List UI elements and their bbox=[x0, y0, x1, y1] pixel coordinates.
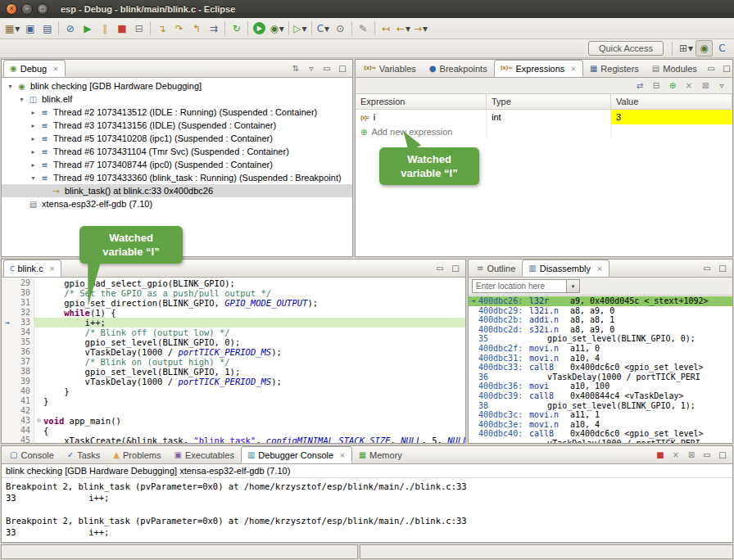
show-logical-structure-icon[interactable]: ⇄ bbox=[632, 79, 647, 93]
editor-tab-blink-c[interactable]: cblink.c× bbox=[3, 260, 61, 277]
terminate-icon[interactable]: ■ bbox=[653, 448, 668, 462]
column-header-value[interactable]: Value bbox=[611, 94, 732, 109]
view-tab-variables[interactable]: (x)=Variables bbox=[357, 60, 423, 77]
minimize-icon[interactable]: ▭ bbox=[704, 61, 718, 75]
minimize-icon[interactable]: ▭ bbox=[319, 61, 334, 75]
code-line[interactable]: 29 gpio_pad_select_gpio(BLINK_GPIO); bbox=[2, 278, 465, 288]
program-item[interactable]: ▾◫blink.elf bbox=[2, 93, 352, 106]
view-tab-tasks[interactable]: ✓Tasks bbox=[61, 446, 107, 463]
close-tab-icon[interactable]: × bbox=[49, 264, 56, 273]
terminate-icon[interactable]: ■ bbox=[113, 20, 130, 37]
maximize-icon[interactable]: □ bbox=[448, 261, 463, 275]
save-all-icon[interactable]: ▤ bbox=[39, 20, 56, 37]
thread-item[interactable]: ▸≡Thread #5 1073410208 (ipc1) (Suspended… bbox=[2, 132, 352, 145]
view-tab-console[interactable]: ▢Console bbox=[3, 446, 61, 463]
disassembly-source-row[interactable]: 38 gpio_set_level(BLINK_GPIO, 1); bbox=[469, 401, 732, 411]
view-tab-registers[interactable]: ▦Registers bbox=[583, 60, 646, 77]
tree-expander-icon[interactable]: ▸ bbox=[28, 109, 39, 116]
back-icon[interactable]: ←▾ bbox=[395, 20, 412, 37]
view-tab-outline[interactable]: ≡Outline bbox=[470, 260, 522, 277]
disassembly-source-row[interactable]: 35 gpio_set_level(BLINK_GPIO, 0); bbox=[469, 334, 732, 344]
tree-expander-icon[interactable]: ▸ bbox=[28, 122, 39, 129]
code-line[interactable]: 30 /* Set the GPIO as a push/pull output… bbox=[2, 288, 465, 298]
close-tab-icon[interactable]: × bbox=[52, 65, 59, 73]
thread-item[interactable]: ▾≡Thread #9 1073433360 (blink_task : Run… bbox=[2, 171, 352, 184]
gdb-process-item[interactable]: ▤xtensa-esp32-elf-gdb (7.10) bbox=[2, 197, 352, 210]
launch-config-item[interactable]: ▾◉blink checking [GDB Hardware Debugging… bbox=[2, 79, 352, 93]
tree-expander-icon[interactable]: ▾ bbox=[5, 83, 16, 90]
disassembly-instruction-row[interactable]: 400dbc33:call80x400dc6c0 <gpio_set_level… bbox=[469, 363, 732, 373]
resume-icon[interactable]: ▶ bbox=[79, 20, 96, 37]
code-line[interactable]: 36 vTaskDelay(1000 / portTICK_PERIOD_MS)… bbox=[2, 347, 465, 357]
remove-all-launches-icon[interactable]: ⊠ bbox=[684, 448, 699, 462]
run-icon[interactable]: ▶ bbox=[251, 20, 268, 37]
code-line[interactable]: 39 vTaskDelay(1000 / portTICK_PERIOD_MS)… bbox=[2, 377, 465, 386]
window-minimize-button[interactable]: – bbox=[21, 3, 33, 15]
disassembly-instruction-row[interactable]: →400dbc26:l32ra9, 0x400d045c <_stext+109… bbox=[469, 296, 732, 306]
code-line[interactable]: 34 /* Blink off (output low) */ bbox=[2, 327, 465, 337]
instruction-stepping-icon[interactable]: ⇉ bbox=[205, 20, 222, 37]
code-line[interactable]: 37 /* Blink on (output high) */ bbox=[2, 357, 465, 367]
remove-launch-icon[interactable]: × bbox=[668, 448, 683, 462]
titlebar[interactable]: × – □ esp - Debug - blink/main/blink.c -… bbox=[0, 0, 734, 18]
code-line[interactable]: 44{ bbox=[2, 426, 465, 436]
add-expression-icon[interactable]: ⊕ bbox=[665, 79, 680, 93]
thread-item[interactable]: ▸≡Thread #6 1073431104 (Tmr Svc) (Suspen… bbox=[2, 145, 352, 158]
stack-frame-item[interactable]: →blink_task() at blink.c:33 0x400dbc26 bbox=[2, 184, 352, 197]
fold-collapse-icon[interactable]: ⊖ bbox=[34, 416, 43, 426]
disassembly-source-row[interactable]: 36 vTaskDelay(1000 / portTICK_PERI bbox=[469, 373, 732, 382]
column-header-type[interactable]: Type bbox=[487, 94, 611, 109]
tree-expander-icon[interactable]: ▸ bbox=[28, 161, 39, 169]
new-c-cpp-icon[interactable]: C▾ bbox=[315, 20, 332, 37]
view-tab-expressions[interactable]: (x)=Expressions× bbox=[494, 60, 583, 77]
code-line[interactable]: 42 bbox=[2, 406, 465, 416]
minimize-icon[interactable]: ▭ bbox=[433, 261, 447, 275]
minimize-icon[interactable]: ▭ bbox=[700, 261, 714, 275]
tree-expander-icon[interactable]: ▸ bbox=[28, 135, 39, 142]
view-tab-disassembly[interactable]: ▥Disassembly× bbox=[522, 260, 609, 277]
thread-item[interactable]: ▸≡Thread #7 1073408744 (ipc0) (Suspended… bbox=[2, 158, 352, 171]
quick-access-button[interactable]: Quick Access bbox=[588, 41, 664, 56]
view-tab-problems[interactable]: ▲Problems bbox=[106, 446, 167, 463]
external-tools-icon[interactable]: ▷▾ bbox=[292, 20, 309, 37]
disassembly-instruction-row[interactable]: 400dbc31:movi.na10, 4 bbox=[469, 354, 732, 364]
debug-tab-debug[interactable]: ◉Debug× bbox=[3, 60, 66, 77]
maximize-icon[interactable]: □ bbox=[719, 61, 734, 75]
debug-icon[interactable]: ◉▾ bbox=[268, 20, 286, 37]
restart-icon[interactable]: ↻ bbox=[228, 20, 245, 37]
disassembly-instruction-row[interactable]: 400dbc36:movia10, 100 bbox=[469, 382, 732, 391]
step-over-icon[interactable]: ↷ bbox=[170, 20, 188, 37]
view-tab-debugger-console[interactable]: ▥Debugger Console× bbox=[241, 446, 352, 463]
close-tab-icon[interactable]: × bbox=[570, 65, 577, 73]
disassembly-instruction-row[interactable]: 400dbc2d:s32i.na8, a9, 0 bbox=[469, 325, 732, 335]
disconnect-icon[interactable]: ⊟ bbox=[130, 20, 147, 37]
code-line[interactable]: 35 gpio_set_level(BLINK_GPIO, 0); bbox=[2, 337, 465, 347]
search-icon[interactable]: ⊙ bbox=[332, 20, 349, 37]
code-line[interactable]: 43⊖void app_main() bbox=[2, 416, 465, 426]
window-maximize-button[interactable]: □ bbox=[37, 3, 48, 15]
new-wizard-icon[interactable]: ▦▾ bbox=[3, 20, 21, 37]
window-close-button[interactable]: × bbox=[6, 3, 17, 15]
thread-item[interactable]: ▸≡Thread #3 1073413156 (IDLE) (Suspended… bbox=[2, 119, 352, 132]
disassembly-instruction-row[interactable]: 400dbc29:l32i.na8, a9, 0 bbox=[469, 306, 732, 316]
remove-all-expressions-icon[interactable]: ⊠ bbox=[698, 79, 713, 93]
thread-item[interactable]: ▸≡Thread #2 1073413512 (IDLE : Running) … bbox=[2, 106, 352, 119]
expression-row[interactable]: (x)=iint3 bbox=[356, 110, 732, 124]
collapse-all-icon[interactable]: ⊟ bbox=[649, 79, 664, 93]
open-perspective-icon[interactable]: ⊞▾ bbox=[677, 40, 695, 56]
code-line[interactable]: 38 gpio_set_level(BLINK_GPIO, 1); bbox=[2, 367, 465, 377]
code-line[interactable]: →33 i++; bbox=[2, 318, 465, 327]
disassembly-instruction-row[interactable]: 400dbc40:call80x400dc6c0 <gpio_set_level… bbox=[469, 429, 732, 439]
disassembly-instruction-row[interactable]: 400dbc39:call80x400844c4 <vTaskDelay> bbox=[469, 391, 732, 401]
remove-expression-icon[interactable]: × bbox=[682, 79, 696, 93]
disassembly-instruction-row[interactable]: 400dbc2b:addi.na8, a8, 1 bbox=[469, 315, 732, 325]
tree-expander-icon[interactable]: ▾ bbox=[28, 174, 39, 182]
save-icon[interactable]: ▣ bbox=[21, 20, 39, 37]
location-dropdown-icon[interactable]: ▾ bbox=[567, 279, 580, 293]
step-return-icon[interactable]: ↰ bbox=[188, 20, 205, 37]
view-menu-icon[interactable]: ▿ bbox=[304, 61, 319, 75]
last-edit-location-icon[interactable]: ↤ bbox=[378, 20, 395, 37]
mark-occurrences-icon[interactable]: ✎ bbox=[355, 20, 372, 37]
suspend-icon[interactable]: ∥ bbox=[96, 20, 113, 37]
maximize-icon[interactable]: □ bbox=[715, 448, 730, 462]
